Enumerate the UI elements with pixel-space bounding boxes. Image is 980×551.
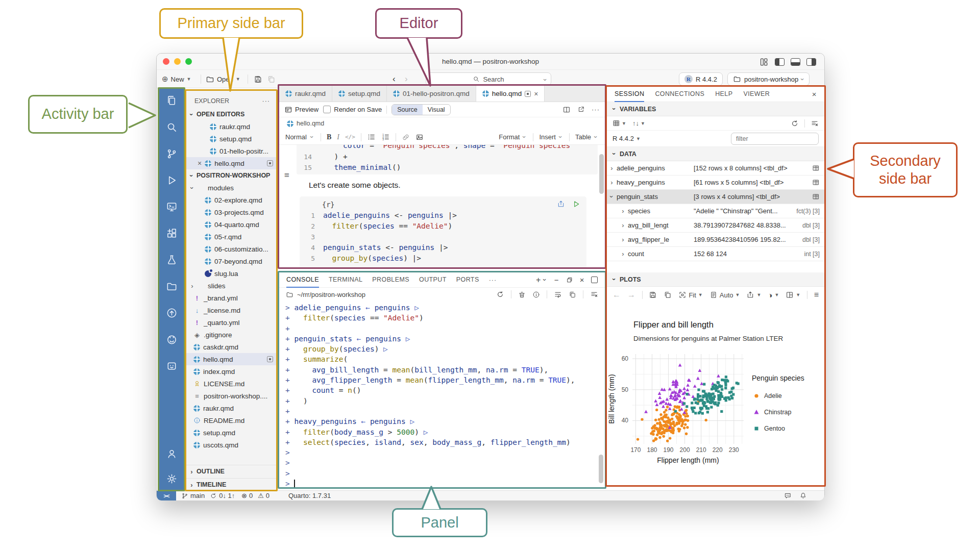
next-plot-icon[interactable]: →: [627, 290, 635, 299]
editor-tab[interactable]: 01-hello-positron.qmd: [387, 86, 476, 102]
code-chunk-tail[interactable]: color = "Penguin species", shape = "Peng…: [297, 145, 598, 174]
problems-status[interactable]: ⊗0 ⚠0: [241, 491, 270, 500]
visual-mode-button[interactable]: Visual: [423, 105, 450, 115]
paragraph-style-select[interactable]: Normal›: [285, 133, 315, 141]
toggle-secondary-sidebar-icon[interactable]: [806, 58, 816, 66]
panel-tab-output[interactable]: OUTPUT: [419, 272, 447, 288]
active-editor-indicator-icon[interactable]: [267, 160, 273, 166]
variables-sort-button[interactable]: ↑↓▼: [632, 119, 645, 127]
run-above-icon[interactable]: [557, 200, 565, 208]
new-console-button[interactable]: +›: [536, 276, 548, 285]
panel-tab-problems[interactable]: PROBLEMS: [372, 272, 409, 288]
data-section-header[interactable]: ›DATA: [607, 147, 824, 161]
bold-button[interactable]: B: [327, 133, 331, 141]
file-tree-item[interactable]: ≡positron-workshop....: [186, 390, 276, 402]
workspace-button[interactable]: positron-workshop›: [727, 72, 810, 86]
variable-row[interactable]: ›penguin_stats [3 rows x 4 columns] <tbl…: [607, 190, 824, 204]
console-scrollbar[interactable]: [599, 455, 603, 483]
file-tree-item[interactable]: hello.qmd: [186, 353, 276, 365]
extensions-icon[interactable]: [166, 228, 178, 239]
save-all-button[interactable]: [267, 70, 276, 88]
close-secondary-sidebar-icon[interactable]: ×: [812, 90, 817, 98]
save-button[interactable]: [254, 70, 262, 88]
variable-row[interactable]: ›avg_bill_lengt 38.79139072847682 48.833…: [607, 218, 824, 233]
explorer-more-actions-icon[interactable]: ···: [262, 97, 271, 105]
panel-more-tabs-icon[interactable]: ···: [489, 277, 497, 284]
panel-tab-console[interactable]: CONSOLE: [286, 272, 319, 288]
source-control-icon[interactable]: [166, 148, 178, 160]
github-icon[interactable]: [166, 334, 178, 345]
file-tree-item[interactable]: index.qmd: [186, 365, 276, 378]
plots-more-icon[interactable]: ≡: [814, 290, 819, 299]
variable-row[interactable]: ›avg_flipper_le 189.95364238410596 195.8…: [607, 233, 824, 247]
settings-gear-icon[interactable]: [166, 473, 178, 485]
code-button[interactable]: </>: [345, 134, 355, 140]
restart-console-icon[interactable]: [496, 290, 504, 298]
code-cell[interactable]: {r} 1adelie_penguins <- penguins |>2 fil…: [300, 196, 586, 269]
file-tree-item[interactable]: 03-projects.qmd: [186, 206, 276, 218]
account-icon[interactable]: [166, 448, 178, 460]
variable-row[interactable]: ›count 152 68 124 int [3]: [607, 247, 824, 261]
info-icon[interactable]: [532, 291, 540, 298]
view-table-icon[interactable]: [812, 179, 820, 186]
publish-plot-button[interactable]: ▼: [746, 291, 761, 299]
file-tree-item[interactable]: LICENSE.md: [186, 378, 276, 390]
render-on-save-checkbox[interactable]: Render on Save: [323, 106, 382, 113]
tab-pin-icon[interactable]: [525, 91, 531, 97]
console-working-directory[interactable]: ~/rrr/positron-workshop: [297, 291, 365, 298]
image-button[interactable]: [415, 133, 424, 141]
variables-filter-input[interactable]: [731, 133, 819, 145]
secondary-tab-connections[interactable]: CONNECTIONS: [655, 87, 704, 102]
file-tree-item[interactable]: 02-explore.qmd: [186, 194, 276, 206]
file-tree-item[interactable]: 04-quarto.qmd: [186, 218, 276, 231]
variable-row[interactable]: ›adelie_penguins [152 rows x 8 columns] …: [607, 161, 824, 176]
toggle-panel-icon[interactable]: [791, 58, 800, 66]
variable-row[interactable]: ›heavy_penguins [61 rows x 5 columns] <t…: [607, 176, 824, 190]
view-table-icon[interactable]: [812, 193, 820, 201]
word-wrap-icon[interactable]: [554, 290, 562, 298]
bullet-list-button[interactable]: [367, 133, 376, 141]
file-tree-item[interactable]: README.md: [186, 414, 276, 427]
table-menu[interactable]: Table›: [575, 133, 599, 141]
view-table-icon[interactable]: [812, 164, 820, 172]
explorer-icon[interactable]: [166, 95, 178, 107]
file-tree-item[interactable]: raukr.qmd: [186, 402, 276, 414]
plot-layout-button[interactable]: ▼: [786, 291, 800, 299]
editor-more-actions-icon[interactable]: ···: [592, 106, 600, 113]
title-bar[interactable]: hello.qmd — positron-workshop: [157, 54, 824, 70]
file-tree-item[interactable]: ›modules: [186, 182, 276, 194]
remote-indicator[interactable]: ><: [157, 491, 176, 500]
code-chunk-menu-icon[interactable]: ≡: [284, 169, 289, 180]
secondary-tab-viewer[interactable]: VIEWER: [743, 87, 770, 102]
close-panel-icon[interactable]: ×: [580, 276, 584, 284]
copy-plot-icon[interactable]: [664, 291, 672, 299]
breadcrumb[interactable]: hello.qmd: [279, 117, 605, 130]
new-button[interactable]: ⊕New▼: [162, 70, 191, 88]
folders-icon[interactable]: [166, 281, 178, 292]
file-tree-item[interactable]: ◈.gitignore: [186, 329, 276, 341]
open-editor-item[interactable]: raukr.qmd: [186, 120, 276, 133]
variables-section-header[interactable]: ›VARIABLES: [607, 102, 824, 116]
panel-tab-terminal[interactable]: TERMINAL: [329, 272, 362, 288]
panel-tab-ports[interactable]: PORTS: [456, 272, 479, 288]
sessions-icon[interactable]: [166, 201, 178, 213]
save-plot-icon[interactable]: [649, 291, 657, 299]
editor-tab[interactable]: raukr.qmd: [279, 86, 332, 102]
maximize-panel-icon[interactable]: [591, 277, 598, 283]
toggle-primary-sidebar-icon[interactable]: [775, 58, 785, 66]
file-tree-item[interactable]: 05-r.qmd: [186, 231, 276, 243]
file-tree-item[interactable]: 07-beyond.qmd: [186, 255, 276, 267]
run-cell-icon[interactable]: [572, 200, 580, 208]
duplicate-console-icon[interactable]: [569, 291, 576, 298]
open-button[interactable]: Open▼: [206, 70, 240, 88]
open-editor-item[interactable]: 01-hello-positr...: [186, 145, 276, 157]
open-editors-header[interactable]: ›OPEN EDITORS: [186, 108, 276, 120]
file-tree-item[interactable]: !_quarto.yml: [186, 316, 276, 329]
git-branch-status[interactable]: main 0↓ 1↑: [181, 491, 235, 500]
variables-view-mode-button[interactable]: ▼: [612, 119, 626, 127]
plot-size-fit-button[interactable]: Fit▼: [678, 291, 702, 299]
numbered-list-button[interactable]: [381, 133, 390, 141]
file-tree-item[interactable]: !_brand.yml: [186, 292, 276, 304]
variable-row[interactable]: ›species "Adelie " "Chinstrap" "Gent... …: [607, 204, 824, 218]
prose-text[interactable]: Let's create some objects.: [279, 174, 605, 190]
